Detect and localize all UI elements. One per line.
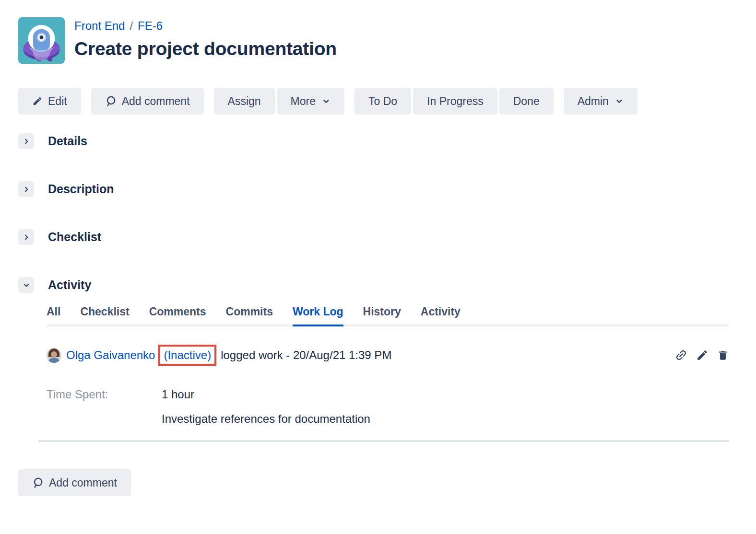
tab-comments[interactable]: Comments — [149, 305, 206, 326]
time-spent-label: Time Spent: — [47, 388, 162, 401]
toolbar: Edit Add comment Assign More To Do — [18, 88, 729, 115]
issue-page: Front End / FE-6 Create project document… — [0, 0, 756, 534]
section-activity: Activity — [18, 277, 729, 293]
user-avatar[interactable] — [47, 348, 61, 363]
comment-bubble-icon — [105, 95, 117, 107]
activity-panel: All Checklist Comments Commits Work Log … — [47, 305, 729, 441]
worklog-description: Investigate references for documentation — [162, 412, 729, 426]
chevron-down-icon — [23, 281, 30, 289]
pencil-icon — [32, 96, 43, 106]
chevron-down-icon — [615, 97, 624, 105]
done-button-label: Done — [513, 95, 540, 108]
project-avatar — [18, 17, 65, 64]
time-spent-value: 1 hour — [162, 388, 194, 401]
section-checklist: Checklist — [18, 229, 729, 245]
edit-worklog-button[interactable] — [696, 349, 709, 361]
worklog-entry-header: Olga Gaivanenko (Inactive) logged work -… — [47, 345, 729, 366]
activity-section-label: Activity — [48, 278, 91, 292]
breadcrumb-project-link[interactable]: Front End — [74, 19, 125, 33]
done-button[interactable]: Done — [499, 88, 554, 115]
worklog-divider — [38, 441, 729, 441]
checklist-section-label: Checklist — [48, 230, 101, 244]
tab-commits[interactable]: Commits — [226, 305, 273, 326]
alien-ufo-icon — [18, 17, 65, 64]
permalink-button[interactable] — [674, 348, 688, 362]
tab-all[interactable]: All — [47, 305, 60, 326]
activity-tabs: All Checklist Comments Commits Work Log … — [47, 305, 729, 326]
tab-checklist[interactable]: Checklist — [80, 305, 129, 326]
todo-button[interactable]: To Do — [354, 88, 411, 115]
chevron-right-icon — [23, 186, 30, 193]
worklog-author-link[interactable]: Olga Gaivanenko — [66, 348, 155, 362]
details-expand-toggle[interactable] — [18, 133, 34, 149]
chevron-down-icon — [322, 97, 331, 105]
add-comment-button[interactable]: Add comment — [91, 88, 204, 115]
footer-bar: Add comment — [18, 469, 729, 496]
worklog-author-status[interactable]: (Inactive) — [164, 348, 211, 361]
worklog-action-text: logged work - 20/Aug/21 1:39 PM — [221, 348, 391, 362]
add-comment-footer-label: Add comment — [49, 476, 117, 489]
admin-button[interactable]: Admin — [564, 88, 638, 115]
breadcrumb-issue-link[interactable]: FE-6 — [138, 19, 163, 33]
admin-button-label: Admin — [578, 95, 609, 108]
in-progress-button-label: In Progress — [427, 95, 484, 108]
comment-bubble-icon — [32, 477, 44, 488]
description-expand-toggle[interactable] — [18, 181, 34, 197]
breadcrumb-separator: / — [130, 19, 133, 33]
more-button-label: More — [291, 95, 316, 108]
details-section-label: Details — [48, 134, 87, 148]
in-progress-button[interactable]: In Progress — [413, 88, 497, 115]
tab-activity[interactable]: Activity — [421, 305, 461, 326]
worklog-time-spent-row: Time Spent: 1 hour — [47, 388, 729, 401]
checklist-expand-toggle[interactable] — [18, 229, 34, 245]
issue-header: Front End / FE-6 Create project document… — [18, 17, 729, 64]
activity-collapse-toggle[interactable] — [18, 277, 34, 293]
assign-button-label: Assign — [228, 95, 261, 108]
assign-button[interactable]: Assign — [214, 88, 275, 115]
section-details: Details — [18, 133, 729, 149]
worklog-actions — [674, 348, 729, 362]
trash-icon — [717, 349, 729, 361]
header-text: Front End / FE-6 Create project document… — [74, 17, 337, 59]
tab-history[interactable]: History — [363, 305, 401, 326]
delete-worklog-button[interactable] — [717, 349, 729, 361]
chevron-right-icon — [23, 233, 30, 241]
more-button[interactable]: More — [277, 88, 344, 115]
section-description: Description — [18, 181, 729, 197]
workflow-button-group: To Do In Progress Done — [354, 88, 554, 115]
link-icon — [674, 348, 688, 362]
todo-button-label: To Do — [368, 95, 397, 108]
edit-button-label: Edit — [48, 95, 67, 108]
inactive-status-annotation: (Inactive) — [158, 345, 216, 366]
edit-button[interactable]: Edit — [18, 88, 81, 115]
assign-button-group: Assign More — [214, 88, 344, 115]
tab-work-log[interactable]: Work Log — [293, 305, 343, 326]
add-comment-footer-button[interactable]: Add comment — [18, 469, 131, 496]
pencil-icon — [696, 349, 709, 361]
add-comment-button-label: Add comment — [122, 95, 190, 108]
avatar-photo — [47, 348, 61, 363]
breadcrumb: Front End / FE-6 — [74, 19, 337, 33]
page-title: Create project documentation — [74, 38, 337, 59]
chevron-right-icon — [23, 138, 30, 145]
section-list: Details Description Checklist — [18, 133, 729, 441]
description-section-label: Description — [48, 182, 114, 196]
